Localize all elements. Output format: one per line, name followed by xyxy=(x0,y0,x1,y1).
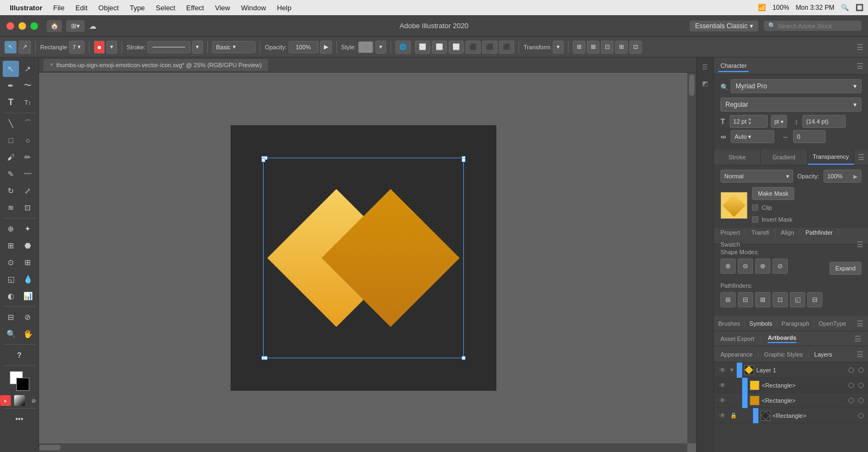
rectangle-3-row[interactable]: 👁 🔒 <Rectangle> xyxy=(714,408,868,423)
hand-tool[interactable]: 🖐 xyxy=(20,326,36,342)
app-name[interactable]: Illustrator xyxy=(10,4,42,12)
paragraph-tab[interactable]: Paragraph xyxy=(782,320,809,327)
make-mask-button[interactable]: Make Mask xyxy=(752,187,794,200)
intersect-btn[interactable]: ⊗ xyxy=(755,259,770,274)
color-mode-btn[interactable]: ● xyxy=(0,395,11,406)
toolbar-options-btn[interactable]: ☰ xyxy=(857,43,864,51)
rectangle-2-row[interactable]: 👁 <Rectangle> xyxy=(714,393,868,408)
gradient-mode-btn[interactable] xyxy=(14,395,25,406)
direct-select-btn[interactable]: ↗ xyxy=(18,41,31,54)
graphic-styles-tab[interactable]: Graphic Styles xyxy=(762,350,805,359)
artboards-tab[interactable]: Artboards xyxy=(768,334,796,343)
opacity-value-field[interactable]: 100% ▶ xyxy=(824,170,861,183)
divide-btn[interactable]: ⊞ xyxy=(720,292,736,307)
blend-mode-selector[interactable]: Normal ▾ xyxy=(720,170,793,183)
align-left-btn[interactable]: ⬜ xyxy=(415,41,430,54)
canvas-area[interactable]: × thumbs-up-sign-emoji-emoticon-vector-i… xyxy=(39,57,696,452)
brush-select[interactable]: Basic ▾ xyxy=(212,41,256,53)
rect-2-target[interactable] xyxy=(848,398,854,403)
rotate-tool[interactable]: ↻ xyxy=(3,183,19,199)
menu-file[interactable]: File xyxy=(49,3,69,13)
tracking-input[interactable]: 0 xyxy=(793,130,826,143)
transform-4-btn[interactable]: ⊞ xyxy=(615,41,628,54)
rect-3-target[interactable] xyxy=(858,413,864,418)
line-tool[interactable]: ╲ xyxy=(3,115,19,132)
transform-1-btn[interactable]: ⊞ xyxy=(573,41,585,54)
layer-1-row[interactable]: 👁 ▼ Layer 1 xyxy=(714,363,868,378)
smooth-tool[interactable]: 〰 xyxy=(20,166,36,182)
tool-options-btn[interactable]: 7 ▾ xyxy=(69,41,85,54)
scale-tool[interactable]: ⤢ xyxy=(20,183,36,199)
help-btn[interactable]: ? xyxy=(11,347,28,363)
globe-btn[interactable]: 🌐 xyxy=(395,41,411,54)
outline-btn[interactable]: ◱ xyxy=(790,292,805,307)
transform-options-btn[interactable]: ▾ xyxy=(553,41,564,54)
warp-tool[interactable]: ≋ xyxy=(3,199,19,216)
transform-3-btn[interactable]: ⊡ xyxy=(601,41,614,54)
free-transform-tool[interactable]: ⊡ xyxy=(20,199,36,216)
control-center-icon[interactable]: 🔲 xyxy=(856,4,864,11)
properties-tab[interactable]: Propert xyxy=(718,228,742,237)
appearance-tab[interactable]: Appearance xyxy=(718,350,755,359)
layer-1-visibility[interactable]: 👁 xyxy=(718,366,727,374)
layers-tab[interactable]: Layers xyxy=(812,350,834,359)
blend-tool[interactable]: ◐ xyxy=(3,288,19,304)
align-right-btn[interactable]: ⬜ xyxy=(449,41,464,54)
panel-options-btn[interactable]: ☰ xyxy=(857,62,864,70)
layer-1-select[interactable] xyxy=(858,367,864,373)
none-mode-btn[interactable]: ⊘ xyxy=(28,395,39,406)
fill-options-btn[interactable]: ▾ xyxy=(106,41,117,54)
perspective-grid-tool[interactable]: ⊙ xyxy=(3,254,19,270)
horizontal-scroll-thumb[interactable] xyxy=(39,445,61,450)
font-size-input[interactable]: 12 pt ▲ ▼ xyxy=(730,115,768,128)
eyedropper-tool[interactable]: 💧 xyxy=(20,271,36,287)
fill-color-btn[interactable]: ■ xyxy=(94,41,105,54)
minus-back-btn[interactable]: ⊟ xyxy=(807,292,822,307)
font-size-down[interactable]: ▼ xyxy=(748,121,752,126)
puppet-warp-tool[interactable]: ⊕ xyxy=(3,221,19,237)
rect-tool[interactable]: □ xyxy=(3,132,19,148)
font-style-selector[interactable]: Regular ▾ xyxy=(720,98,861,112)
menu-window[interactable]: Window xyxy=(237,3,270,13)
stroke-tab[interactable]: Stroke xyxy=(714,150,761,165)
expand-button[interactable]: Expand xyxy=(829,262,861,275)
layout-button[interactable]: ⊞▾ xyxy=(66,20,85,32)
gradient-tool[interactable]: ◱ xyxy=(3,271,19,287)
menu-effect[interactable]: Effect xyxy=(182,3,208,13)
artboard-tool[interactable]: ⊟ xyxy=(3,309,19,325)
align-center-btn[interactable]: ⬜ xyxy=(432,41,447,54)
blob-brush-tool[interactable]: ✏ xyxy=(20,149,36,165)
arc-tool[interactable]: ⌒ xyxy=(20,115,36,132)
opacity-input[interactable]: 100% xyxy=(289,41,318,53)
opentype-tab[interactable]: OpenType xyxy=(819,320,846,327)
rectangle-1-row[interactable]: 👁 <Rectangle> xyxy=(714,378,868,393)
rect-1-target[interactable] xyxy=(848,383,854,388)
kerning-input[interactable]: Auto ▾ xyxy=(731,130,774,143)
direct-selection-tool[interactable]: ↗ xyxy=(20,61,36,77)
maximize-window-button[interactable] xyxy=(30,22,38,30)
style-options-btn[interactable]: ▾ xyxy=(375,41,386,54)
leading-input[interactable]: (14.4 pt) xyxy=(802,115,846,128)
character-tab[interactable]: Character xyxy=(718,60,749,72)
menu-view[interactable]: View xyxy=(210,3,234,13)
workspace-selector[interactable]: Essentials Classic ▾ xyxy=(690,21,758,31)
stroke-preview[interactable] xyxy=(147,41,190,53)
invert-mask-checkbox[interactable] xyxy=(752,216,758,223)
slice-tool[interactable]: ⊘ xyxy=(20,309,36,325)
brushes-tab[interactable]: Brushes xyxy=(718,320,740,327)
panel-icon-1[interactable]: ☰ xyxy=(699,61,712,74)
tab-close-btn[interactable]: × xyxy=(50,62,53,68)
rect-1-visibility[interactable]: 👁 xyxy=(718,381,727,390)
mesh-tool[interactable]: ⊞ xyxy=(20,254,36,270)
transform-tab[interactable]: Transfi xyxy=(749,228,771,237)
minus-front-btn[interactable]: ⊖ xyxy=(738,259,753,274)
align-bottom-btn[interactable]: ⬛ xyxy=(499,41,514,54)
font-size-arrows[interactable]: ▲ ▼ xyxy=(748,117,752,126)
align-middle-btn[interactable]: ⬛ xyxy=(482,41,497,54)
rect-2-visibility[interactable]: 👁 xyxy=(718,396,727,405)
menu-edit[interactable]: Edit xyxy=(71,3,92,13)
align-tab[interactable]: Align xyxy=(778,228,796,237)
horizontal-scrollbar[interactable] xyxy=(39,443,687,452)
shaper-tool[interactable]: ✦ xyxy=(20,221,36,237)
touch-type-tool[interactable]: T↕ xyxy=(20,94,36,111)
